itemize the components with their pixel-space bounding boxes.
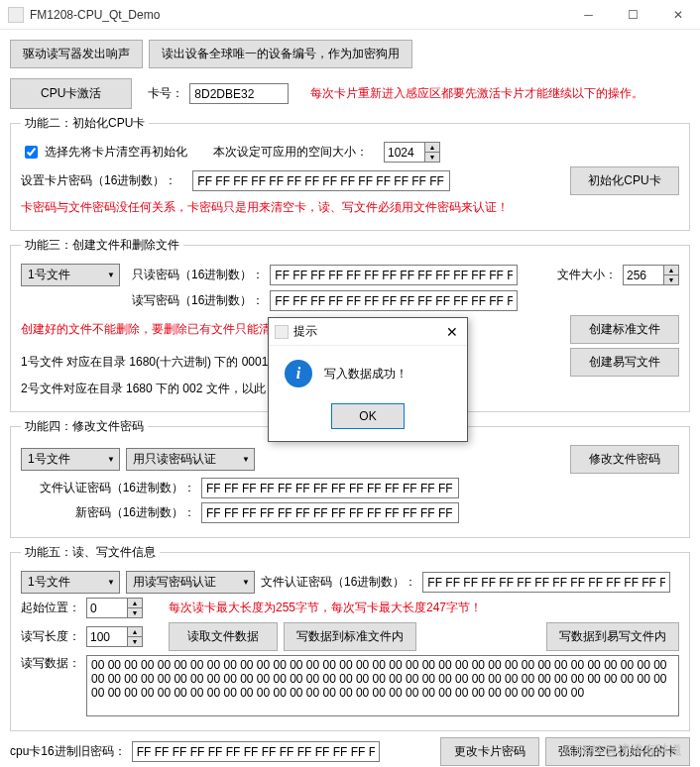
rw-data-textarea[interactable] (86, 655, 679, 716)
rw-len-label: 读写长度： (21, 628, 80, 645)
chevron-down-icon: ▼ (238, 578, 254, 587)
file-size-spinner[interactable]: ▲▼ (623, 265, 679, 285)
old-cpu-pwd-input[interactable] (132, 741, 380, 762)
dialog-close-icon[interactable]: ✕ (437, 324, 467, 340)
write-std-button[interactable]: 写数据到标准文件内 (284, 622, 416, 651)
rw-warning: 每次读卡最大长度为255字节，每次写卡最大长度247字节！ (169, 600, 482, 616)
file-size-input[interactable] (624, 266, 663, 284)
rw-pwd-label: 读写密码（16进制数）： (132, 292, 264, 309)
start-pos-input[interactable] (87, 599, 127, 617)
beep-button[interactable]: 驱动读写器发出响声 (10, 40, 143, 68)
auth-pwd-label-g5: 文件认证密码（16进制数）： (261, 574, 416, 591)
len-up-icon[interactable]: ▲ (128, 627, 142, 637)
auth-mode-g5[interactable]: 用读写密码认证▼ (126, 571, 255, 594)
chevron-down-icon: ▼ (238, 455, 254, 464)
card-pwd-input[interactable] (192, 170, 450, 191)
chevron-down-icon: ▼ (103, 271, 119, 279)
rw-pwd-input[interactable] (270, 290, 518, 311)
create-note2: 2号文件对应在目录 1680 下的 002 文件，以此 (21, 381, 266, 397)
change-card-pwd-button[interactable]: 更改卡片密码 (440, 737, 539, 766)
card-no-input[interactable] (189, 83, 289, 104)
close-button[interactable]: ✕ (655, 0, 700, 30)
old-cpu-pwd-label: cpu卡16进制旧密码： (10, 743, 126, 760)
dialog-app-icon (275, 325, 289, 339)
create-note1: 1号文件 对应在目录 1680(十六进制) 下的 0001 (21, 354, 268, 371)
rw-len-spinner[interactable]: ▲▼ (86, 626, 143, 647)
modify-pwd-button[interactable]: 修改文件密码 (570, 445, 679, 474)
size-down-icon[interactable]: ▼ (664, 275, 678, 284)
start-pos-label: 起始位置： (21, 600, 80, 616)
group-rw-file: 功能五：读、写文件信息 1号文件▼ 用读写密码认证▼ 文件认证密码（16进制数）… (10, 544, 690, 731)
start-up-icon[interactable]: ▲ (128, 599, 142, 608)
card-pwd-label: 设置卡片密码（16进制数）： (21, 172, 176, 189)
new-pwd-label-g4: 新密码（16进制数）： (21, 504, 195, 521)
rw-len-input[interactable] (87, 627, 127, 646)
read-file-button[interactable]: 读取文件数据 (169, 622, 278, 651)
group-create-legend: 功能三：创建文件和删除文件 (21, 237, 183, 254)
dialog-message: 写入数据成功！ (324, 366, 408, 383)
window-title: FM1208-CPU_Qt_Demo (30, 8, 566, 22)
start-down-icon[interactable]: ▼ (128, 608, 142, 617)
file-select-g4[interactable]: 1号文件▼ (21, 448, 120, 471)
chevron-down-icon: ▼ (103, 578, 119, 587)
chevron-down-icon: ▼ (103, 455, 119, 464)
group-modify-legend: 功能四：修改文件密码 (21, 418, 148, 435)
write-easy-button[interactable]: 写数据到易写文件内 (546, 622, 679, 651)
rw-data-label: 读写数据： (21, 655, 80, 672)
dialog-ok-button[interactable]: OK (331, 403, 405, 429)
file-select-g3[interactable]: 1号文件▼ (21, 264, 120, 286)
message-dialog: 提示 ✕ i 写入数据成功！ OK (268, 317, 468, 442)
minimize-button[interactable]: ─ (566, 0, 611, 30)
ro-pwd-input[interactable] (270, 265, 518, 285)
info-icon: i (285, 360, 312, 387)
create-warning: 创建好的文件不能删除，要删除已有文件只能清 (21, 321, 271, 338)
maximize-button[interactable]: ☐ (611, 0, 655, 30)
read-device-no-button[interactable]: 读出设备全球唯一的设备编号，作为加密狗用 (149, 40, 412, 68)
auth-pwd-label-g4: 文件认证密码（16进制数）： (21, 480, 195, 496)
ro-pwd-label: 只读密码（16进制数）： (132, 267, 264, 283)
card-no-label: 卡号： (148, 85, 183, 102)
size-up-icon[interactable]: ▲ (664, 266, 678, 275)
file-select-g5[interactable]: 1号文件▼ (21, 571, 120, 594)
app-icon (8, 7, 24, 23)
space-down-icon[interactable]: ▼ (425, 153, 439, 162)
create-std-file-button[interactable]: 创建标准文件 (570, 315, 679, 344)
activate-card-button[interactable]: CPU卡激活 (10, 78, 132, 109)
auth-pwd-input-g4[interactable] (201, 478, 459, 498)
len-down-icon[interactable]: ▼ (128, 637, 142, 646)
titlebar: FM1208-CPU_Qt_Demo ─ ☐ ✕ (0, 0, 700, 30)
start-pos-spinner[interactable]: ▲▼ (86, 598, 143, 618)
clear-first-checkbox[interactable]: 选择先将卡片清空再初始化 (21, 143, 187, 162)
group-init-legend: 功能二：初始化CPU卡 (21, 115, 149, 132)
init-card-button[interactable]: 初始化CPU卡 (570, 166, 679, 195)
init-warning: 卡密码与文件密码没任何关系，卡密码只是用来清空卡，读、写文件必须用文件密码来认证… (21, 199, 509, 216)
new-pwd-input-g4[interactable] (201, 502, 459, 523)
file-size-label: 文件大小： (557, 267, 617, 283)
group-rw-legend: 功能五：读、写文件信息 (21, 544, 160, 561)
create-easy-file-button[interactable]: 创建易写文件 (570, 348, 679, 377)
dialog-title: 提示 (293, 323, 437, 340)
space-spinner[interactable]: ▲▼ (384, 142, 440, 163)
space-label: 本次设定可应用的空间大小： (213, 144, 368, 161)
watermark: CSDN @津津有味道 (564, 741, 682, 759)
space-up-icon[interactable]: ▲ (425, 143, 439, 153)
auth-pwd-input-g5[interactable] (422, 572, 670, 593)
auth-mode-g4[interactable]: 用只读密码认证▼ (126, 448, 255, 471)
space-input[interactable] (385, 143, 424, 162)
group-init-card: 功能二：初始化CPU卡 选择先将卡片清空再初始化 本次设定可应用的空间大小： ▲… (10, 115, 690, 231)
clear-first-check[interactable] (25, 146, 38, 159)
activate-warning: 每次卡片重新进入感应区都要先激活卡片才能继续以下的操作。 (310, 85, 643, 102)
